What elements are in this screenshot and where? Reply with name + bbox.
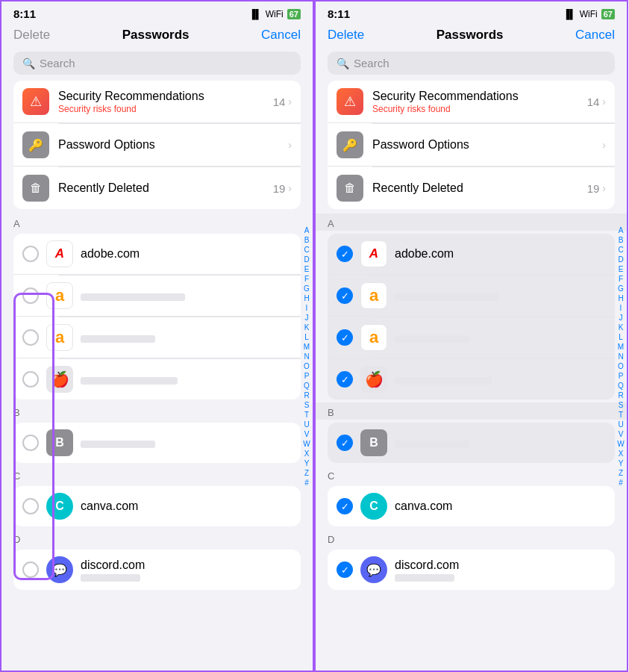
signal-icon: ▐▌ <box>249 9 262 19</box>
left-b-item[interactable]: B <box>13 423 301 463</box>
left-adobe-radio[interactable] <box>22 246 39 262</box>
right-b-item[interactable]: ✓ B <box>328 423 615 463</box>
right-amazon2-item[interactable]: ✓ a <box>328 317 615 358</box>
left-search-placeholder: Search <box>40 57 75 69</box>
right-password-options-title: Password Options <box>372 138 602 152</box>
left-section-c-label: C <box>1 466 313 483</box>
right-amazon1-item[interactable]: ✓ a <box>328 276 615 317</box>
left-amazon1-item[interactable]: a <box>13 276 301 317</box>
left-password-options-item[interactable]: 🔑 Password Options › <box>13 124 301 167</box>
right-apple-item[interactable]: ✓ 🍎 <box>328 359 615 399</box>
left-security-chevron: › <box>288 96 292 108</box>
right-recently-deleted-title: Recently Deleted <box>372 181 587 195</box>
left-alpha-index: A B C D E F G H I J K L M N O P Q R S T … <box>302 225 311 488</box>
right-password-options-chevron: › <box>602 139 606 151</box>
right-amazon2-logo: a <box>360 324 387 351</box>
right-canva-name: canva.com <box>395 500 606 513</box>
left-recently-deleted-item[interactable]: 🗑 Recently Deleted 19 › <box>13 167 301 209</box>
left-section-a-label: A <box>1 214 313 231</box>
right-password-options-text: Password Options <box>372 138 602 152</box>
right-status-bar: 8:11 ▐▌ WiFi 67 <box>316 1 627 23</box>
left-cancel-button[interactable]: Cancel <box>261 28 301 43</box>
right-recently-deleted-text: Recently Deleted <box>372 181 587 195</box>
left-amazon2-radio[interactable] <box>22 329 39 346</box>
right-apple-text <box>395 375 606 385</box>
right-adobe-name: adobe.com <box>395 247 606 261</box>
right-alpha-index: A B C D E F G H I J K L M N O P Q R S T … <box>616 225 625 488</box>
left-canva-item[interactable]: C canva.com <box>13 486 301 526</box>
right-delete-button[interactable]: Delete <box>328 28 364 43</box>
left-password-icon: 🔑 <box>22 131 49 158</box>
left-security-item[interactable]: ⚠ Security Recommendations Security risk… <box>13 81 301 123</box>
left-status-bar: 8:11 ▐▌ WiFi 67 <box>1 1 313 23</box>
right-b-radio[interactable]: ✓ <box>337 435 353 451</box>
left-search-bar[interactable]: 🔍 Search <box>13 52 301 75</box>
right-discord-text: discord.com <box>395 559 606 582</box>
right-security-item[interactable]: ⚠ Security Recommendations Security risk… <box>328 81 615 123</box>
left-apple-item[interactable]: 🍎 <box>13 359 301 399</box>
left-b-radio[interactable] <box>22 435 39 451</box>
left-apple-radio[interactable] <box>22 371 39 388</box>
right-section-a-list: ✓ A adobe.com ✓ a ✓ a ✓ 🍎 <box>328 234 615 399</box>
left-password-options-title: Password Options <box>58 138 288 152</box>
left-apple-logo: 🍎 <box>46 366 73 393</box>
left-discord-logo: 💬 <box>46 556 73 583</box>
left-adobe-logo: A <box>46 240 73 267</box>
right-security-title: Security Recommendations <box>372 90 587 103</box>
right-amazon2-text <box>395 333 606 343</box>
left-section-d-list: 💬 discord.com <box>13 550 301 590</box>
right-adobe-logo: A <box>360 240 387 267</box>
left-deleted-icon: 🗑 <box>22 175 49 202</box>
right-discord-item[interactable]: ✓ 💬 discord.com <box>328 550 615 590</box>
right-password-options-item[interactable]: 🔑 Password Options › <box>328 124 615 167</box>
right-discord-radio[interactable]: ✓ <box>337 561 353 578</box>
left-main-list-section: ⚠ Security Recommendations Security risk… <box>13 81 301 209</box>
left-amazon1-text <box>81 291 292 301</box>
right-b-blur <box>395 441 469 448</box>
right-security-chevron: › <box>602 96 606 108</box>
left-nav-title: Passwords <box>122 28 190 43</box>
right-section-b-list: ✓ B <box>328 423 615 463</box>
right-recently-deleted-item[interactable]: 🗑 Recently Deleted 19 › <box>328 167 615 209</box>
right-section-c-list: ✓ C canva.com <box>328 486 615 526</box>
right-discord-blur <box>395 574 454 582</box>
left-security-text: Security Recommendations Security risks … <box>58 90 273 114</box>
right-amazon1-logo: a <box>360 282 387 309</box>
left-b-blur <box>81 441 155 448</box>
right-amazon1-radio[interactable]: ✓ <box>337 287 353 304</box>
left-delete-button[interactable]: Delete <box>13 28 50 43</box>
right-status-icons: ▐▌ WiFi 67 <box>563 9 615 19</box>
right-canva-item[interactable]: ✓ C canva.com <box>328 486 615 526</box>
left-security-title: Security Recommendations <box>58 90 273 103</box>
left-section-c-list: C canva.com <box>13 486 301 526</box>
left-section-b-list: B <box>13 423 301 463</box>
left-status-icons: ▐▌ WiFi 67 <box>249 9 301 19</box>
left-canva-radio[interactable] <box>22 498 39 514</box>
right-battery-icon: 67 <box>601 9 615 19</box>
left-amazon2-logo: a <box>46 324 73 351</box>
left-adobe-item[interactable]: A adobe.com <box>13 234 301 275</box>
left-amazon2-item[interactable]: a <box>13 317 301 358</box>
right-deleted-chevron: › <box>602 182 606 194</box>
left-amazon1-radio[interactable] <box>22 287 39 304</box>
right-section-b-label: B <box>316 402 627 420</box>
left-apple-text <box>81 375 292 385</box>
left-security-subtitle: Security risks found <box>58 104 273 114</box>
right-phone-panel: 8:11 ▐▌ WiFi 67 Delete Passwords Cancel … <box>314 0 628 672</box>
left-discord-radio[interactable] <box>22 561 39 578</box>
right-canva-radio[interactable]: ✓ <box>337 498 353 514</box>
left-time: 8:11 <box>13 7 36 20</box>
right-apple-radio[interactable]: ✓ <box>337 371 353 388</box>
right-cancel-button[interactable]: Cancel <box>575 28 615 43</box>
right-adobe-item[interactable]: ✓ A adobe.com <box>328 234 615 275</box>
left-discord-item[interactable]: 💬 discord.com <box>13 550 301 590</box>
left-discord-text: discord.com <box>81 559 292 582</box>
wifi-icon: WiFi <box>266 9 284 19</box>
right-search-bar[interactable]: 🔍 Search <box>328 52 615 75</box>
right-canva-logo: C <box>360 493 387 520</box>
left-b-logo: B <box>46 429 73 456</box>
right-adobe-radio[interactable]: ✓ <box>337 246 353 262</box>
right-discord-name: discord.com <box>395 559 606 572</box>
right-deleted-right: 19 › <box>587 182 606 195</box>
right-amazon2-radio[interactable]: ✓ <box>337 329 353 346</box>
